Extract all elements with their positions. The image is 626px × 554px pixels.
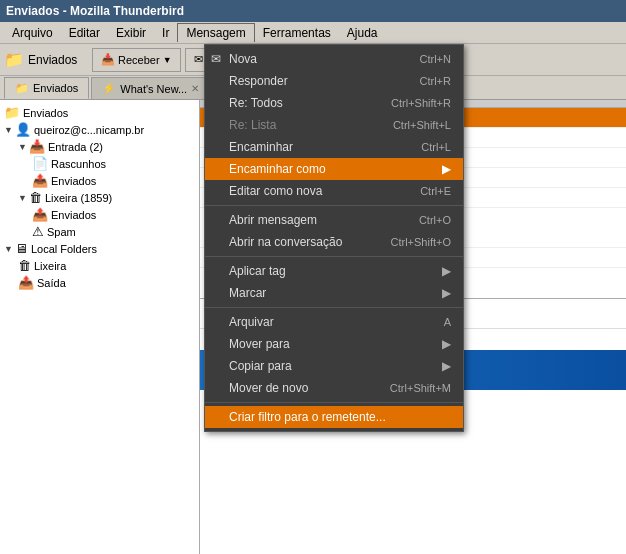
enviados-sub-label: Enviados [51,175,96,187]
sidebar-item-lixeira[interactable]: ▼ 🗑 Lixeira (1859) [0,189,199,206]
menu-mensagem[interactable]: Mensagem [177,23,254,42]
local-folders-arrow: ▼ [4,244,13,254]
re-to-button[interactable]: ↩ Re: To [282,304,334,324]
local-folders-label: Local Folders [31,243,97,255]
email-area: ▶ are Livre CUEC EC - Escalabilid... utu… [200,100,626,554]
tab-whats-new-close[interactable]: ✕ [191,83,199,94]
entrada-icon: 📥 [29,139,45,154]
account-label: queiroz@c...nicamp.br [34,124,144,136]
rascunhos-label: Rascunhos [51,158,106,170]
livre-label: Livre [340,308,364,320]
sidebar-item-spam[interactable]: ⚠ Spam [0,223,199,240]
tab-whats-new[interactable]: ⚡ What's New... ✕ [91,77,210,99]
tab-whats-new-label: What's New... [120,83,187,95]
email-row-2-text: EC - Escalabilid... [206,152,293,164]
responder-label: Responder [223,308,272,319]
enviados-root-icon: 📁 [4,105,20,120]
lixeira-icon: 🗑 [29,190,42,205]
lixeira-enviados-icon: 📤 [32,207,48,222]
tab-enviados-icon: 📁 [15,82,29,95]
para-label: Para: gerentes-l@ccuec.unicamp.br☆, supg… [206,331,455,342]
sidebar-item-lixeira-enviados[interactable]: 📤 Enviados [0,206,199,223]
email-row-0[interactable]: are Livre [200,108,626,128]
receber-label: Receber [118,54,160,66]
menu-exibir[interactable]: Exibir [108,24,154,42]
email-row-5[interactable]: ento Drupal P... [200,228,626,248]
lixeira-arrow: ▼ [18,193,27,203]
nova-mensagem-label: Nova m... [206,54,253,66]
lixeira-enviados-label: Enviados [51,209,96,221]
main-content: 📁 Enviados ▼ 👤 queiroz@c...nicamp.br ▼ 📥… [0,100,626,554]
spam-icon: ⚠ [32,224,44,239]
entrada-label: Entrada (2) [48,141,103,153]
sidebar-item-local-folders[interactable]: ▼ 🖥 Local Folders [0,240,199,257]
toolbar: 📁 Enviados 📥 Receber ▼ ✉ Nova m... [0,44,626,76]
folder-label: Enviados [28,53,77,67]
email-row-1-text: CUEC [206,132,237,144]
email-row-6[interactable]: os [200,248,626,268]
receber-button[interactable]: 📥 Receber ▼ [92,48,181,72]
menu-editar[interactable]: Editar [61,24,108,42]
tab-whats-new-icon: ⚡ [102,82,116,95]
tab-enviados[interactable]: 📁 Enviados [4,77,89,99]
re-to-icon: ↩ [288,308,296,319]
sidebar-item-lixeira2[interactable]: 🗑 Lixeira [0,257,199,274]
menu-bar: Arquivo Editar Exibir Ir Mensagem Ferram… [0,22,626,44]
email-row-3[interactable]: uturo da Cola... [200,168,626,188]
lixeira2-icon: 🗑 [18,258,31,273]
title-text: Enviados - Mozilla Thunderbird [6,4,184,18]
rascunhos-icon: 📄 [32,156,48,171]
account-arrow: ▼ [4,125,13,135]
menu-arquivo[interactable]: Arquivo [4,24,61,42]
email-row-4-text: uturo da Cola... [206,192,281,204]
enviados-sub-icon: 📤 [32,173,48,188]
sidebar: 📁 Enviados ▼ 👤 queiroz@c...nicamp.br ▼ 📥… [0,100,200,554]
sidebar-item-entrada[interactable]: ▼ 📥 Entrada (2) [0,138,199,155]
title-bar: Enviados - Mozilla Thunderbird [0,0,626,22]
email-row-2[interactable]: EC - Escalabilid... [200,148,626,168]
email-row-0-text: are Livre [206,112,249,124]
sidebar-item-rascunhos[interactable]: 📄 Rascunhos [0,155,199,172]
lixeira-label: Lixeira (1859) [45,192,112,204]
graphic-text: FOR [200,352,278,389]
folder-icon: 📁 [4,50,24,69]
responder-button[interactable]: ↩ Responder [206,304,278,324]
menu-ferramentas[interactable]: Ferramentas [255,24,339,42]
enviados-root-label: Enviados [23,107,68,119]
email-row-3-text: uturo da Cola... [206,172,281,184]
email-row-6-text: os [206,252,218,264]
lixeira2-label: Lixeira [34,260,66,272]
tab-bar: 📁 Enviados ⚡ What's New... ✕ [0,76,626,100]
receber-arrow: ▼ [163,55,172,65]
menu-ajuda[interactable]: Ajuda [339,24,386,42]
entrada-arrow: ▼ [18,142,27,152]
email-preview-bar: ↩ Responder ↩ Re: To Livre [200,298,626,328]
email-list: ▶ are Livre CUEC EC - Escalabilid... utu… [200,100,626,390]
menu-ir[interactable]: Ir [154,24,177,42]
sidebar-item-enviados-root[interactable]: 📁 Enviados [0,104,199,121]
nova-mensagem-button[interactable]: ✉ Nova m... [185,48,262,72]
re-to-label: Re: To [299,308,328,319]
saida-label: Saída [37,277,66,289]
email-row-1[interactable]: CUEC [200,128,626,148]
sidebar-item-account[interactable]: ▼ 👤 queiroz@c...nicamp.br [0,121,199,138]
nova-mensagem-icon: ✉ [194,53,203,66]
spam-label: Spam [47,226,76,238]
saida-icon: 📤 [18,275,34,290]
sidebar-item-enviados-sub[interactable]: 📤 Enviados [0,172,199,189]
tab-enviados-label: Enviados [33,82,78,94]
sidebar-item-saida[interactable]: 📤 Saída [0,274,199,291]
responder-icon: ↩ [212,308,220,319]
account-icon: 👤 [15,122,31,137]
sidebar-tree: 📁 Enviados ▼ 👤 queiroz@c...nicamp.br ▼ 📥… [0,100,199,295]
email-row-5-text: ento Drupal P... [206,232,281,244]
email-row-4[interactable]: uturo da Cola... [200,188,626,208]
email-area-header: ▶ [204,100,212,109]
receber-icon: 📥 [101,53,115,66]
local-folders-icon: 🖥 [15,241,28,256]
